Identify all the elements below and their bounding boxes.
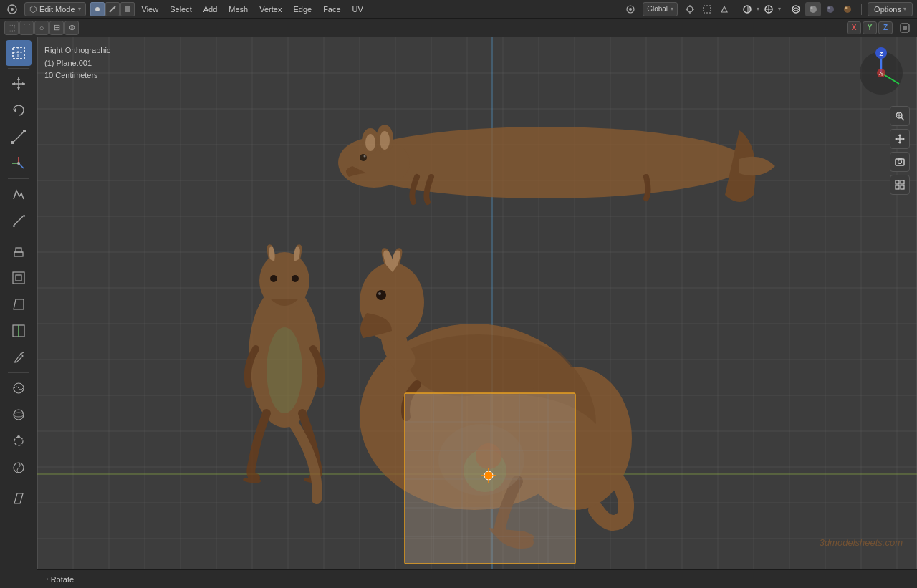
annotate-tool[interactable] xyxy=(6,181,32,207)
vertex-mode-btn[interactable] xyxy=(90,2,105,16)
rotate-label: Rotate xyxy=(51,575,74,584)
svg-point-23 xyxy=(845,6,848,9)
sphere-tool[interactable] xyxy=(6,402,32,428)
blender-menu-icon[interactable] xyxy=(4,1,20,17)
lasso-icon[interactable]: ⌒ xyxy=(19,21,34,35)
top-menu-bar: ⬡ Edit Mode ▾ View Select Add Mesh Verte… xyxy=(0,0,917,19)
viewport-shading-material[interactable] xyxy=(822,2,838,16)
svg-marker-152 xyxy=(898,134,901,136)
gizmo-icon[interactable] xyxy=(761,2,777,16)
circle-select-icon[interactable]: ○ xyxy=(34,21,49,35)
viewport-svg xyxy=(37,37,917,569)
edge-mode-btn[interactable] xyxy=(105,2,120,16)
menu-face[interactable]: Face xyxy=(317,1,346,17)
gizmo-area: Z -Y xyxy=(845,44,910,152)
svg-line-147 xyxy=(901,117,904,120)
menu-vertex[interactable]: Vertex xyxy=(254,1,287,17)
svg-point-57 xyxy=(14,413,24,417)
svg-point-112 xyxy=(360,154,367,161)
top-menu-items: View Select Add Mesh Vertex Edge Face UV xyxy=(136,1,369,17)
select-box-tool[interactable] xyxy=(6,40,32,66)
snap-selector[interactable]: Global ▾ xyxy=(643,2,678,16)
overlay-icon[interactable] xyxy=(739,2,755,16)
svg-point-116 xyxy=(270,275,277,282)
y-constraint-btn[interactable]: Y xyxy=(863,21,877,34)
svg-marker-32 xyxy=(17,87,20,90)
z-constraint-btn[interactable]: Z xyxy=(878,21,893,34)
inset-tool[interactable] xyxy=(6,265,32,291)
toolbar-separator-3 xyxy=(8,236,29,236)
bevel-tool[interactable] xyxy=(6,291,32,317)
svg-point-19 xyxy=(811,6,813,9)
top-bar-right: Global ▾ ▾ ▾ xyxy=(623,2,913,16)
grid-view-icon[interactable] xyxy=(890,175,910,195)
svg-marker-34 xyxy=(22,82,25,85)
x-constraint-btn[interactable]: X xyxy=(847,21,861,34)
smooth-tool[interactable] xyxy=(6,375,32,401)
svg-rect-161 xyxy=(896,185,899,189)
loop-cut-tool[interactable] xyxy=(6,318,32,344)
transform-tool[interactable] xyxy=(6,150,32,176)
svg-marker-153 xyxy=(898,142,901,144)
rotate-tool[interactable] xyxy=(6,97,32,123)
face-mode-btn[interactable] xyxy=(120,2,135,16)
menu-view[interactable]: View xyxy=(136,1,165,17)
rotate-status-item[interactable]: › Rotate xyxy=(43,574,77,585)
transform-icon[interactable] xyxy=(699,2,715,16)
svg-point-1 xyxy=(11,8,14,11)
menu-add[interactable]: Add xyxy=(198,1,224,17)
toolbar-separator-1 xyxy=(8,68,29,69)
nav-icons-right xyxy=(890,106,910,195)
shear-tool[interactable] xyxy=(6,486,32,511)
toolbar-separator-4 xyxy=(8,372,29,373)
camera-icon[interactable] xyxy=(890,152,910,172)
zoom-icon[interactable] xyxy=(890,106,910,126)
viewport-shading-wire[interactable] xyxy=(788,2,804,16)
svg-text:Z: Z xyxy=(880,51,883,57)
svg-marker-31 xyxy=(17,77,20,80)
move-tool[interactable] xyxy=(6,71,32,97)
magnet-icon[interactable]: ⊛ xyxy=(64,21,79,35)
menu-mesh[interactable]: Mesh xyxy=(223,1,254,17)
extrude-tool[interactable] xyxy=(6,238,32,264)
svg-point-7 xyxy=(687,6,693,12)
mesh-display-icons xyxy=(90,2,135,16)
svg-line-54 xyxy=(21,352,24,354)
left-toolbar xyxy=(0,37,37,588)
measure-tool[interactable] xyxy=(6,208,32,233)
proportional2-icon[interactable] xyxy=(716,2,732,16)
svg-line-3 xyxy=(110,6,115,12)
menu-edge[interactable]: Edge xyxy=(287,1,317,17)
svg-point-117 xyxy=(292,275,299,282)
svg-point-59 xyxy=(17,435,20,438)
svg-point-42 xyxy=(17,162,20,165)
svg-rect-46 xyxy=(14,252,23,256)
menu-select[interactable]: Select xyxy=(164,1,198,17)
options-button[interactable]: Options ▾ xyxy=(868,2,913,16)
menu-uv[interactable]: UV xyxy=(347,1,369,17)
svg-point-157 xyxy=(898,160,902,164)
toolbar-separator-2 xyxy=(8,178,29,179)
pan-icon[interactable] xyxy=(890,129,910,149)
svg-rect-38 xyxy=(23,130,26,132)
mode-selector[interactable]: ⬡ Edit Mode ▾ xyxy=(24,2,86,16)
orientation-gizmo[interactable]: Z -Y xyxy=(853,44,910,102)
viewport[interactable]: Right Orthographic (1) Plane.001 10 Cent… xyxy=(37,37,917,569)
viewport-shading-render[interactable] xyxy=(840,2,855,16)
svg-point-118 xyxy=(267,327,302,413)
viewport-shading-solid[interactable] xyxy=(805,2,821,16)
svg-point-18 xyxy=(810,6,817,13)
svg-rect-159 xyxy=(896,180,899,184)
bottom-bar: › Rotate xyxy=(37,569,917,588)
snap-icon[interactable] xyxy=(682,2,698,16)
spin-tool[interactable] xyxy=(6,428,32,454)
svg-rect-25 xyxy=(903,26,907,30)
scale-tool[interactable] xyxy=(6,124,32,150)
svg-point-21 xyxy=(828,6,830,9)
proportional-icon[interactable] xyxy=(897,21,913,35)
proportional-edit-icon[interactable] xyxy=(623,2,638,16)
box-select-icon[interactable]: ⬚ xyxy=(4,21,19,35)
checker-icon[interactable]: ⊞ xyxy=(49,21,64,35)
knife-tool[interactable] xyxy=(6,344,32,370)
screw-tool[interactable] xyxy=(6,455,32,481)
